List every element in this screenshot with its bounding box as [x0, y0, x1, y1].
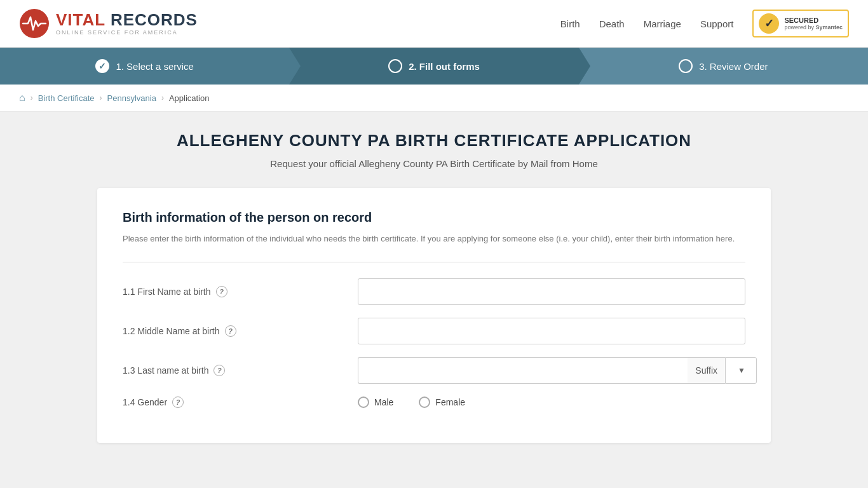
nav-birth[interactable]: Birth [560, 18, 580, 29]
gender-female-radio-icon [419, 396, 430, 408]
gender-female-option[interactable]: Female [419, 396, 465, 408]
last-name-row: 1.3 Last name at birth ? Suffix Jr. Sr. … [123, 357, 745, 384]
page-title: ALLEGHENY COUNTY PA BIRTH CERTIFICATE AP… [97, 131, 771, 151]
step-1[interactable]: ✓ 1. Select a service [0, 48, 289, 85]
logo-main: VITAL RECORDS [56, 11, 198, 28]
step-3-label: 3. Review Order [699, 61, 768, 72]
step-1-check-icon: ✓ [95, 59, 109, 73]
last-name-label: 1.3 Last name at birth ? [123, 365, 345, 376]
step-2[interactable]: 2. Fill out forms [289, 48, 578, 85]
gender-male-radio-icon [358, 396, 369, 408]
step-3-circle-icon [679, 59, 693, 73]
norton-badge: ✓ SECURED powered by Symantec [752, 10, 849, 37]
first-name-help-icon[interactable]: ? [216, 286, 227, 297]
breadcrumb-state[interactable]: Pennsylvania [107, 93, 156, 103]
step-2-circle-icon [388, 59, 402, 73]
gender-female-label: Female [435, 397, 465, 407]
breadcrumb-birth-cert[interactable]: Birth Certificate [38, 93, 95, 103]
nav-support[interactable]: Support [700, 18, 734, 29]
norton-text: SECURED powered by Symantec [784, 17, 843, 30]
home-icon[interactable]: ⌂ [19, 92, 25, 104]
last-name-help-icon[interactable]: ? [214, 365, 225, 376]
gender-label: 1.4 Gender ? [123, 396, 345, 408]
form-section-title: Birth information of the person on recor… [123, 210, 745, 225]
middle-name-label: 1.2 Middle Name at birth ? [123, 325, 345, 337]
nav-death[interactable]: Death [599, 18, 625, 29]
logo-text: VITAL RECORDS ONLINE SERVICE FOR AMERICA [56, 11, 198, 36]
gender-row: 1.4 Gender ? Male Female [123, 396, 745, 408]
gender-help-icon[interactable]: ? [172, 396, 184, 408]
header: VITAL RECORDS ONLINE SERVICE FOR AMERICA… [0, 0, 868, 48]
first-name-label: 1.1 First Name at birth ? [123, 286, 345, 297]
first-name-input[interactable] [358, 278, 745, 305]
breadcrumb-current: Application [169, 93, 210, 103]
breadcrumb: ⌂ › Birth Certificate › Pennsylvania › A… [0, 85, 868, 112]
nav-area: Birth Death Marriage Support ✓ SECURED p… [560, 10, 849, 37]
step-1-label: 1. Select a service [116, 61, 194, 72]
suffix-select[interactable]: Jr. Sr. II III IV [725, 357, 757, 384]
last-name-input[interactable] [358, 357, 688, 384]
logo-icon [19, 8, 50, 39]
middle-name-row: 1.2 Middle Name at birth ? [123, 318, 745, 344]
breadcrumb-sep-2: › [100, 93, 102, 102]
logo-sub: ONLINE SERVICE FOR AMERICA [56, 29, 198, 36]
nav-marriage[interactable]: Marriage [644, 18, 681, 29]
form-section-desc: Please enter the birth information of th… [123, 233, 745, 246]
gender-male-label: Male [374, 397, 393, 407]
suffix-label: Suffix [688, 357, 725, 384]
step-3[interactable]: 3. Review Order [579, 48, 868, 85]
page-subtitle: Request your official Allegheny County P… [97, 158, 771, 169]
middle-name-input[interactable] [358, 318, 745, 344]
last-name-group: Suffix Jr. Sr. II III IV ▼ [358, 357, 745, 384]
step-2-label: 2. Fill out forms [409, 61, 480, 72]
breadcrumb-sep-3: › [161, 93, 164, 102]
form-card: Birth information of the person on recor… [97, 188, 771, 443]
norton-check-icon: ✓ [759, 13, 779, 34]
gender-options: Male Female [358, 396, 745, 408]
form-divider [123, 262, 745, 262]
gender-male-option[interactable]: Male [358, 396, 393, 408]
first-name-row: 1.1 First Name at birth ? [123, 278, 745, 305]
main-content: ALLEGHENY COUNTY PA BIRTH CERTIFICATE AP… [85, 112, 783, 462]
steps-bar: ✓ 1. Select a service 2. Fill out forms … [0, 48, 868, 85]
logo-area: VITAL RECORDS ONLINE SERVICE FOR AMERICA [19, 8, 198, 39]
breadcrumb-sep-1: › [31, 93, 33, 102]
middle-name-help-icon[interactable]: ? [225, 325, 236, 337]
